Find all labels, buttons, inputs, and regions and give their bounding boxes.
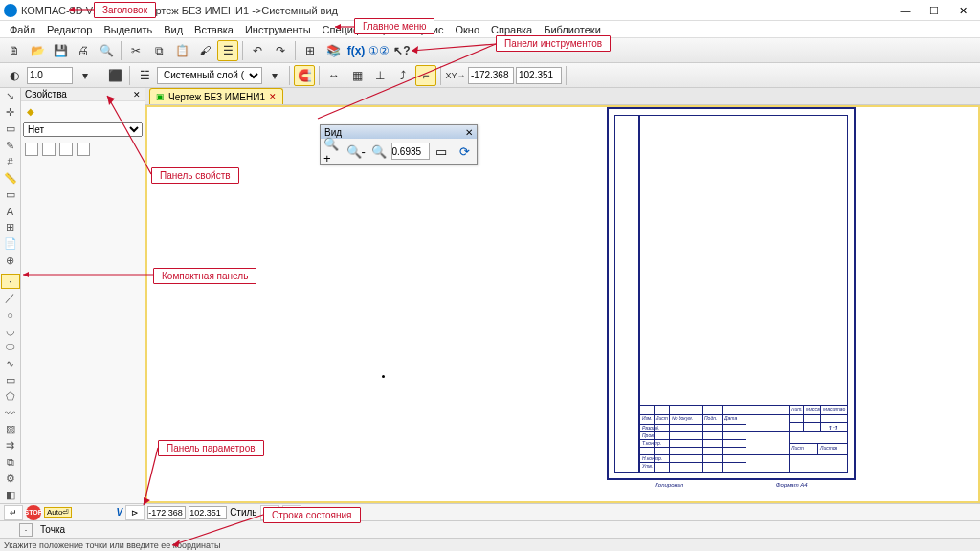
prop-filter-icon[interactable]: ◆ <box>23 103 38 119</box>
grid-icon[interactable]: ▦ <box>346 65 368 86</box>
redo-icon[interactable]: ↷ <box>270 40 291 61</box>
dropdown-icon[interactable]: ▾ <box>75 65 96 86</box>
zoom-fit-icon[interactable]: ▭ <box>432 141 453 162</box>
copy-icon[interactable]: ⧉ <box>148 40 169 61</box>
drawing-canvas[interactable]: Вид ✕ 🔍+ 🔍- 🔍 ▭ ⟳ <box>145 105 980 503</box>
close-button[interactable]: ✕ <box>949 2 976 19</box>
cut-icon[interactable]: ✂ <box>125 40 146 61</box>
layer-icon[interactable]: ☱ <box>134 65 155 86</box>
manager-icon[interactable]: ⊞ <box>300 40 321 61</box>
properties-icon[interactable]: ☰ <box>217 40 238 61</box>
switch-icon[interactable]: ①② <box>368 40 390 61</box>
cp-polygon-icon[interactable]: ⬠ <box>1 389 20 404</box>
menu-help[interactable]: Справка <box>485 24 538 35</box>
param-style-icon[interactable]: · <box>260 505 279 520</box>
cp-param-icon[interactable]: # <box>1 155 20 169</box>
param-y-input[interactable] <box>189 506 227 519</box>
round-icon[interactable]: ⤴ <box>392 65 413 86</box>
menu-insert[interactable]: Вставка <box>189 24 239 35</box>
paste-icon[interactable]: 📋 <box>171 40 192 61</box>
preview-icon[interactable]: 🔍 <box>96 40 117 61</box>
doc-icon: ▣ <box>156 92 165 101</box>
zoom-window-icon[interactable]: 🔍 <box>368 141 390 162</box>
maximize-button[interactable]: ☐ <box>921 2 947 19</box>
properties-dropdown[interactable]: Нет <box>23 122 143 137</box>
menu-service[interactable]: Сервис <box>402 24 450 35</box>
cp-report-icon[interactable]: 📄 <box>1 236 20 251</box>
brush-icon[interactable]: 🖌 <box>194 40 215 61</box>
menu-tools[interactable]: Инструменты <box>239 24 317 35</box>
param-x-input[interactable] <box>147 506 186 519</box>
pb-stop-icon[interactable]: STOP <box>26 505 41 520</box>
minimize-button[interactable]: — <box>892 2 919 19</box>
undo-icon[interactable]: ↶ <box>247 40 268 61</box>
zoom-out-icon[interactable]: 🔍- <box>345 141 367 162</box>
prop-swatch-1[interactable] <box>25 143 38 156</box>
cp-geometry-icon[interactable]: ↘ <box>1 89 20 103</box>
cp-circle-icon[interactable]: ○ <box>1 307 20 321</box>
cp-rect-icon[interactable]: ▭ <box>1 373 20 387</box>
layer-select[interactable]: Системный слой (0) <box>157 67 262 84</box>
float-tb-close-icon[interactable]: ✕ <box>465 127 473 138</box>
cp-ellipse-icon[interactable]: ⬭ <box>1 340 20 354</box>
zoom-in-icon[interactable]: 🔍+ <box>323 141 344 162</box>
prop-swatch-4[interactable] <box>77 143 90 156</box>
prop-swatch-3[interactable] <box>59 143 73 156</box>
document-tab[interactable]: ▣ Чертеж БЕЗ ИМЕНИ1 ✕ <box>149 88 283 104</box>
cp-extra2-icon[interactable]: ◧ <box>1 488 20 502</box>
menu-libs[interactable]: Библиотеки <box>538 24 607 35</box>
refresh-icon[interactable]: ⟳ <box>454 141 475 162</box>
cp-extra1-icon[interactable]: ⚙ <box>1 472 20 486</box>
cp-curve-icon[interactable]: 〰 <box>1 406 20 420</box>
cp-dimensions-icon[interactable]: ✛ <box>1 105 20 120</box>
cp-spec-icon[interactable]: ⊞ <box>1 220 20 234</box>
menu-file[interactable]: Файл <box>4 24 41 35</box>
cp-line-icon[interactable]: ／ <box>1 291 20 305</box>
param-style-dd-icon[interactable]: ▾ <box>282 505 301 520</box>
tab-close-icon[interactable]: ✕ <box>269 92 277 101</box>
menu-spec[interactable]: Спецификация <box>317 24 402 35</box>
cp-hatch-icon[interactable]: ▨ <box>1 422 20 436</box>
menu-window[interactable]: Окно <box>449 24 485 35</box>
layer-dropdown-icon[interactable]: ▾ <box>264 65 285 86</box>
xy-icon[interactable]: XY→ <box>445 65 466 86</box>
scale-input[interactable] <box>27 67 73 84</box>
ortho-icon[interactable]: ⊥ <box>369 65 390 86</box>
variables-icon[interactable]: f(x) <box>345 40 367 61</box>
cp-measure-icon[interactable]: 📏 <box>1 171 20 186</box>
dim-linear-icon[interactable]: ↔ <box>323 65 345 86</box>
save-icon[interactable]: 💾 <box>50 40 71 61</box>
pb-enter-icon[interactable]: ↵ <box>4 505 23 520</box>
local-cs-icon[interactable]: ⌐ <box>415 65 436 86</box>
pb-lock-icon[interactable]: ⊳ <box>125 505 145 520</box>
pb-auto-icon[interactable]: Auto⏎ <box>44 507 72 518</box>
coord-x-input[interactable] <box>468 67 514 84</box>
open-icon[interactable]: 📂 <box>27 40 48 61</box>
cp-arc-icon[interactable]: ◡ <box>1 323 20 338</box>
prop-swatch-2[interactable] <box>42 143 56 156</box>
menu-edit[interactable]: Редактор <box>41 24 98 35</box>
cp-assoc-icon[interactable]: A <box>1 204 20 218</box>
print-icon[interactable]: 🖨 <box>73 40 94 61</box>
menu-select[interactable]: Выделить <box>98 24 158 35</box>
library-icon[interactable]: 📚 <box>323 40 344 61</box>
cp-spline-icon[interactable]: ∿ <box>1 357 20 371</box>
cp-designation-icon[interactable]: ▭ <box>1 121 20 136</box>
help-cursor-icon[interactable]: ↖? <box>391 40 412 61</box>
cp-insert-icon[interactable]: ⊕ <box>1 253 20 268</box>
cp-offset-icon[interactable]: ⇉ <box>1 438 20 452</box>
menu-view[interactable]: Вид <box>158 24 189 35</box>
cp-edit-icon[interactable]: ✎ <box>1 138 20 152</box>
hint-icon[interactable]: · <box>19 523 33 537</box>
cp-collect-icon[interactable]: ⧉ <box>1 454 20 469</box>
state-icon[interactable]: ◐ <box>4 65 25 86</box>
new-icon[interactable]: 🗎 <box>4 40 25 61</box>
coord-y-input[interactable] <box>516 67 562 84</box>
view-floating-toolbar[interactable]: Вид ✕ 🔍+ 🔍- 🔍 ▭ ⟳ <box>320 124 478 165</box>
snap-icon[interactable]: 🧲 <box>294 65 315 86</box>
color-icon[interactable]: ⬛ <box>104 65 125 86</box>
zoom-value-input[interactable] <box>391 143 430 160</box>
properties-close-icon[interactable]: ✕ <box>133 90 141 99</box>
cp-select-icon[interactable]: ▭ <box>1 187 20 202</box>
cp-point-icon[interactable]: · <box>1 274 20 289</box>
